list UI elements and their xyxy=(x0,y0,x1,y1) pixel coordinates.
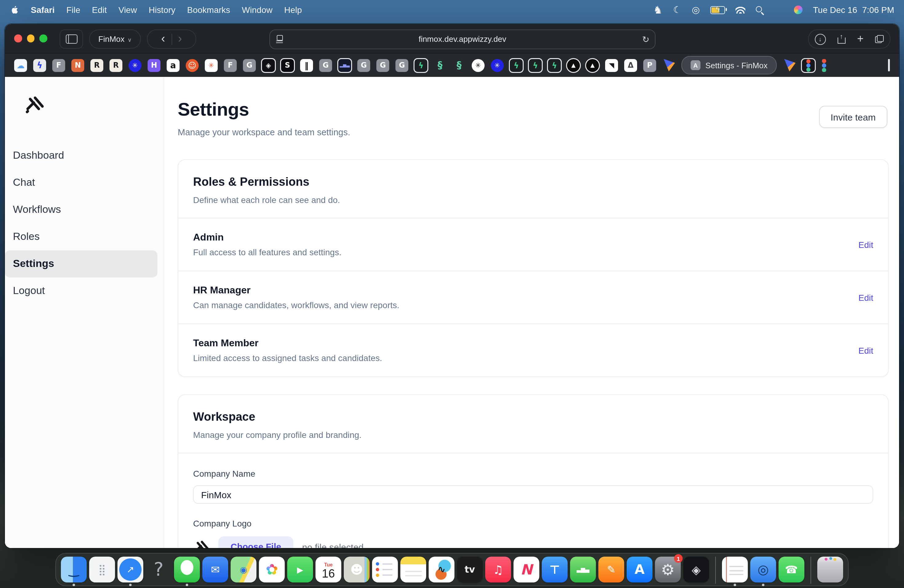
focus-moon-icon[interactable]: ☾ xyxy=(673,4,681,15)
sidebar-item-chat[interactable]: Chat xyxy=(5,169,157,196)
tab-group-dropdown[interactable]: FinMox ∨ xyxy=(89,30,141,49)
sidebar-toggle-button[interactable] xyxy=(60,30,83,49)
back-button[interactable]: ‹ xyxy=(161,33,171,46)
menu-item-help[interactable]: Help xyxy=(284,5,302,15)
dock-calendar-icon[interactable]: Tue16 xyxy=(316,556,341,582)
dock-prism-app-icon[interactable]: ◈ xyxy=(683,556,709,582)
sidebar-item-logout[interactable]: Logout xyxy=(5,277,157,305)
wifi-icon[interactable] xyxy=(735,6,745,13)
bookmark-equalizer-icon[interactable]: ▂▅▃ xyxy=(338,59,351,72)
bookmark-supabase-icon[interactable]: ϟ xyxy=(414,59,427,72)
bookmark-r-cream-icon[interactable]: R xyxy=(109,59,122,72)
bookmark-diamond-black-icon[interactable]: ◈ xyxy=(262,59,275,72)
dock-messages-icon[interactable] xyxy=(174,556,200,582)
zoom-window-button[interactable] xyxy=(40,35,47,42)
reload-icon[interactable]: ↻ xyxy=(642,34,650,44)
bookmark-f-gray-icon[interactable]: F xyxy=(52,59,65,72)
bookmark-supabase-icon[interactable]: ϟ xyxy=(548,59,561,72)
menu-item-bookmarks[interactable]: Bookmarks xyxy=(187,5,230,15)
choose-file-button[interactable]: Choose File xyxy=(218,536,293,548)
sidebar-item-settings[interactable]: Settings xyxy=(5,250,157,277)
dock-mail-icon[interactable]: ✉ xyxy=(202,556,228,582)
dock-missing-app-icon[interactable]: ? xyxy=(146,556,172,582)
dock-freeform-icon[interactable]: ∿ xyxy=(428,556,454,582)
bookmark-bolt-app-icon[interactable]: ϟ xyxy=(33,59,46,72)
dock-notes-icon[interactable] xyxy=(400,556,426,582)
dock-contacts-icon[interactable]: ☻ xyxy=(344,556,370,582)
dock-music-icon[interactable]: ♫ xyxy=(485,556,511,582)
bookmark-sailboat-icon[interactable]: Δ xyxy=(624,59,637,72)
address-bar[interactable]: finmox.dev.appwizzy.dev ↻ xyxy=(269,29,656,49)
dock-photo-booth-icon[interactable]: ◎ xyxy=(750,556,776,582)
battery-charging-icon[interactable]: ϟ xyxy=(710,6,725,14)
bookmark-vercel-icon[interactable]: ▲ xyxy=(586,59,599,72)
bookmark-supabase-icon[interactable]: ϟ xyxy=(510,59,523,72)
dock-system-settings-icon[interactable]: ⚙1 xyxy=(655,556,681,582)
bookmark-reddit-icon[interactable]: ☺ xyxy=(186,59,199,72)
bookmark-s-black-icon[interactable]: S xyxy=(281,59,294,72)
clipped-bookmark-icon[interactable] xyxy=(888,59,890,71)
dock-phone-icon[interactable]: ☎ xyxy=(779,556,804,582)
bookmark-chatgpt-green-icon[interactable]: § xyxy=(453,59,466,72)
page-settings-icon[interactable] xyxy=(276,35,283,43)
bookmark-g-gray-icon[interactable]: G xyxy=(243,59,256,72)
dock-pages-icon[interactable]: ✎ xyxy=(598,556,624,582)
bookmark-appwizzy-icon[interactable] xyxy=(783,59,796,72)
bookmark-g-gray-icon[interactable]: G xyxy=(319,59,332,72)
bookmark-pause-white-icon[interactable]: ‖ xyxy=(300,59,313,72)
bookmark-amazon-icon[interactable]: a xyxy=(167,59,180,72)
bookmark-figma-icon[interactable] xyxy=(821,59,827,72)
active-tab-pill[interactable]: A Settings - FinMox xyxy=(681,56,777,74)
sidebar-item-dashboard[interactable]: Dashboard xyxy=(5,142,157,169)
dock-apple-tv-icon[interactable]: tv xyxy=(457,556,483,582)
menu-item-edit[interactable]: Edit xyxy=(92,5,107,15)
company-name-input[interactable] xyxy=(193,485,873,504)
new-tab-button[interactable]: + xyxy=(857,33,864,46)
bookmark-fin-app-icon[interactable]: ◥ xyxy=(605,59,618,72)
dock-reminders-icon[interactable] xyxy=(372,556,398,582)
edit-role-link[interactable]: Edit xyxy=(858,240,873,250)
minimize-window-button[interactable] xyxy=(27,35,35,42)
bookmark-supabase-icon[interactable]: ϟ xyxy=(529,59,542,72)
dock-keynote-icon[interactable]: ⊤ xyxy=(542,556,567,582)
forward-button[interactable]: › xyxy=(172,33,182,46)
dock-news-icon[interactable]: N xyxy=(514,556,539,582)
dock-numbers-icon[interactable]: ▃▆▄ xyxy=(570,556,596,582)
bookmark-f-gray-icon[interactable]: F xyxy=(224,59,237,72)
bookmark-p-gray-icon[interactable]: P xyxy=(643,59,656,72)
dock-app-store-icon[interactable]: A xyxy=(627,556,653,582)
menu-item-window[interactable]: Window xyxy=(242,5,273,15)
close-window-button[interactable] xyxy=(14,35,22,42)
bookmark-g-gray-icon[interactable]: G xyxy=(357,59,370,72)
dock-maps-icon[interactable]: ◉ xyxy=(231,556,256,582)
invite-team-button[interactable]: Invite team xyxy=(819,106,887,128)
menu-item-file[interactable]: File xyxy=(66,5,80,15)
dock-finder-icon[interactable]: ‿ xyxy=(61,556,87,582)
bookmark-openai-blue-icon[interactable]: ✳ xyxy=(128,59,141,72)
bookmark-h-purple-icon[interactable]: H xyxy=(148,59,161,72)
dock-facetime-icon[interactable]: ▶ xyxy=(287,556,313,582)
dock-safari-icon[interactable]: ↗ xyxy=(117,556,143,582)
dog-app-status-icon[interactable]: ♞ xyxy=(653,3,663,16)
edit-role-link[interactable]: Edit xyxy=(858,292,873,302)
bookmark-hubspot-icon[interactable]: ✳ xyxy=(205,59,218,72)
bookmark-g-gray-icon[interactable]: G xyxy=(376,59,389,72)
sidebar-item-workflows[interactable]: Workflows xyxy=(5,196,157,223)
bookmark-figma-icon[interactable] xyxy=(802,59,815,72)
menu-item-safari[interactable]: Safari xyxy=(31,5,55,15)
apple-menu-icon[interactable] xyxy=(10,5,19,15)
dock-photos-icon[interactable]: ✿ xyxy=(259,556,285,582)
dock-trash-icon[interactable] xyxy=(817,556,843,582)
bookmark-cloud-app-icon[interactable]: ☁ xyxy=(14,59,27,72)
bookmark-g-gray-icon[interactable]: G xyxy=(395,59,408,72)
airdrop-icon[interactable]: ◎ xyxy=(692,4,700,15)
sidebar-item-roles[interactable]: Roles xyxy=(5,223,157,250)
downloads-button[interactable]: ↓ xyxy=(814,33,826,44)
menu-item-view[interactable]: View xyxy=(119,5,137,15)
edit-role-link[interactable]: Edit xyxy=(858,345,873,355)
menu-bar-clock[interactable]: Tue Dec 16 7:06 PM xyxy=(813,5,894,15)
share-button[interactable]: ↑ xyxy=(837,35,845,43)
control-center-icon[interactable] xyxy=(774,6,784,14)
dock-launchpad-icon[interactable]: ⣿ xyxy=(89,556,115,582)
bookmark-r-cream-icon[interactable]: R xyxy=(90,59,103,72)
